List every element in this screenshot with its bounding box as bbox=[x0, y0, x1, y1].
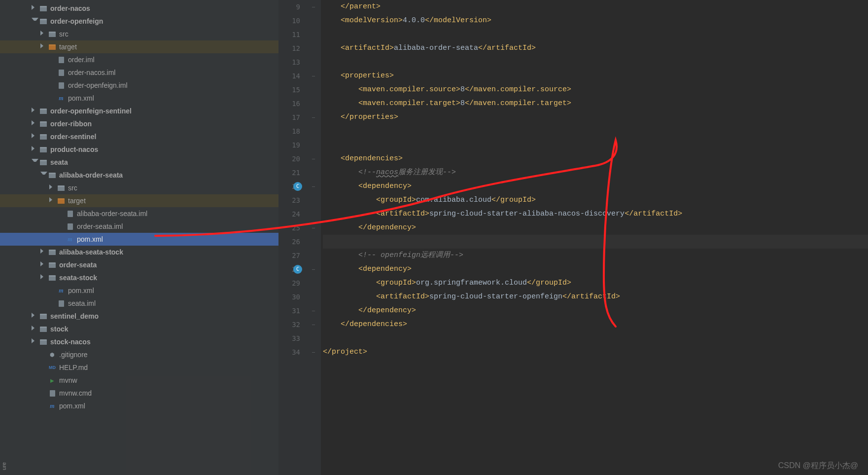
tree-item-target[interactable]: target bbox=[0, 194, 278, 207]
chevron-right-icon[interactable] bbox=[32, 120, 38, 127]
line-number: 17 bbox=[278, 110, 308, 124]
chevron-right-icon[interactable] bbox=[40, 274, 47, 281]
tree-item-pom-xml[interactable]: pom.xml bbox=[0, 284, 278, 297]
tree-item-mvnw[interactable]: mvnw bbox=[0, 374, 278, 387]
fold-toggle-icon[interactable]: – bbox=[310, 155, 317, 162]
tree-item-label: stock bbox=[50, 325, 69, 333]
file-icon bbox=[57, 81, 65, 89]
chevron-right-icon[interactable] bbox=[32, 108, 38, 114]
chevron-right-icon[interactable] bbox=[49, 197, 56, 204]
chevron-right-icon[interactable] bbox=[32, 313, 38, 320]
tree-item-src[interactable]: src bbox=[0, 182, 278, 194]
tree-item-order-openfeign-sentinel[interactable]: order-openfeign-sentinel bbox=[0, 105, 278, 117]
chevron-right-icon[interactable] bbox=[32, 326, 38, 332]
maven-icon bbox=[57, 94, 65, 102]
code-line[interactable]: <!--nacos服务注册发现--> bbox=[323, 166, 868, 180]
chevron-right-icon[interactable] bbox=[40, 43, 47, 50]
chevron-right-icon[interactable] bbox=[49, 184, 56, 191]
code-line[interactable] bbox=[323, 28, 868, 41]
code-line[interactable]: <dependencies> bbox=[323, 152, 868, 166]
fold-toggle-icon[interactable]: – bbox=[310, 73, 317, 79]
gutter-action-icon[interactable]: C bbox=[293, 265, 302, 274]
chevron-right-icon[interactable] bbox=[32, 133, 38, 140]
chevron-right-icon[interactable] bbox=[32, 146, 38, 153]
fold-toggle-icon[interactable]: – bbox=[310, 349, 317, 356]
tree-item-mvnw-cmd[interactable]: mvnw.cmd bbox=[0, 387, 278, 400]
chevron-right-icon[interactable] bbox=[32, 5, 38, 12]
code-line[interactable] bbox=[323, 55, 868, 69]
tree-item-product-nacos[interactable]: product-nacos bbox=[0, 143, 278, 156]
chevron-right-icon[interactable] bbox=[40, 249, 47, 256]
fold-toggle-icon[interactable]: – bbox=[310, 114, 317, 121]
code-line[interactable]: <artifactId>spring-cloud-starter-alibaba… bbox=[323, 207, 868, 221]
code-line[interactable] bbox=[323, 235, 868, 249]
code-line[interactable]: <modelVersion>4.0.0</modelVersion> bbox=[323, 14, 868, 28]
tree-item-order-ribbon[interactable]: order-ribbon bbox=[0, 117, 278, 130]
code-content[interactable]: </parent> <modelVersion>4.0.0</modelVers… bbox=[321, 0, 868, 475]
tree-item-sentinel-demo[interactable]: sentinel_demo bbox=[0, 310, 278, 323]
tree-item-order-seata[interactable]: order-seata bbox=[0, 258, 278, 271]
tree-item-order-iml[interactable]: order.iml bbox=[0, 53, 278, 66]
tree-item-alibaba-seata-stock[interactable]: alibaba-seata-stock bbox=[0, 246, 278, 258]
chevron-down-icon[interactable] bbox=[32, 18, 38, 25]
code-line[interactable] bbox=[323, 138, 868, 152]
chevron-down-icon[interactable] bbox=[40, 172, 47, 179]
project-tree[interactable]: order-nacosorder-openfeignsrctargetorder… bbox=[0, 0, 278, 475]
tree-item-pom-xml[interactable]: pom.xml bbox=[0, 400, 278, 412]
tree-item-seata[interactable]: seata bbox=[0, 156, 278, 169]
code-line[interactable]: </project> bbox=[323, 345, 868, 359]
tree-item-order-openfeign[interactable]: order-openfeign bbox=[0, 15, 278, 28]
tree-item-order-openfeign-iml[interactable]: order-openfeign.iml bbox=[0, 79, 278, 92]
fold-toggle-icon[interactable]: – bbox=[310, 224, 317, 231]
file-icon bbox=[57, 69, 65, 76]
tree-item-order-nacos[interactable]: order-nacos bbox=[0, 2, 278, 15]
code-line[interactable]: <maven.compiler.source>8</maven.compiler… bbox=[323, 83, 868, 97]
code-line[interactable]: <groupId>org.springframework.cloud</grou… bbox=[323, 276, 868, 290]
code-line[interactable]: <dependency> bbox=[323, 180, 868, 193]
tree-item-stock-nacos[interactable]: stock-nacos bbox=[0, 335, 278, 348]
tree-item-order-sentinel[interactable]: order-sentinel bbox=[0, 130, 278, 143]
fold-column[interactable]: ––––C––C–––– bbox=[308, 0, 321, 475]
chevron-right-icon[interactable] bbox=[32, 338, 38, 345]
tree-item-order-seata-iml[interactable]: order-seata.iml bbox=[0, 220, 278, 233]
fold-toggle-icon[interactable]: – bbox=[310, 321, 317, 328]
code-line[interactable]: <artifactId>spring-cloud-starter-openfei… bbox=[323, 290, 868, 304]
folder-icon bbox=[39, 325, 47, 333]
code-line[interactable]: </parent> bbox=[323, 0, 868, 14]
tree-item-pom-xml[interactable]: pom.xml bbox=[0, 233, 278, 246]
code-line[interactable]: <artifactId>alibaba-order-seata</artifac… bbox=[323, 41, 868, 55]
code-line[interactable]: <dependency> bbox=[323, 262, 868, 276]
tree-item-order-nacos-iml[interactable]: order-nacos.iml bbox=[0, 66, 278, 79]
tree-item-src[interactable]: src bbox=[0, 28, 278, 40]
code-line[interactable]: </dependencies> bbox=[323, 318, 868, 331]
tree-item-stock[interactable]: stock bbox=[0, 323, 278, 335]
code-line[interactable]: </properties> bbox=[323, 110, 868, 124]
fold-toggle-icon[interactable]: – bbox=[310, 3, 317, 10]
tree-item-seata-stock[interactable]: seata-stock bbox=[0, 271, 278, 284]
chevron-down-icon[interactable] bbox=[32, 159, 38, 166]
tree-item-label: order-openfeign bbox=[50, 17, 103, 25]
fold-toggle-icon[interactable]: – bbox=[310, 266, 317, 273]
fold-toggle-icon[interactable]: – bbox=[310, 183, 317, 190]
tree-item-pom-xml[interactable]: pom.xml bbox=[0, 92, 278, 105]
folder-icon bbox=[48, 171, 56, 179]
code-line[interactable]: </dependency> bbox=[323, 221, 868, 235]
code-line[interactable]: <groupId>com.alibaba.cloud</groupId> bbox=[323, 193, 868, 207]
tree-item-alibaba-order-seata[interactable]: alibaba-order-seata bbox=[0, 169, 278, 182]
code-line[interactable]: <!-- openfeign远程调用--> bbox=[323, 249, 868, 262]
line-number: 12 bbox=[278, 41, 308, 55]
code-line[interactable]: <maven.compiler.target>8</maven.compiler… bbox=[323, 97, 868, 110]
fold-toggle-icon[interactable]: – bbox=[310, 307, 317, 314]
code-line[interactable]: <properties> bbox=[323, 69, 868, 83]
tree-item-alibaba-order-seata-iml[interactable]: alibaba-order-seata.iml bbox=[0, 207, 278, 220]
tree-item-help-md[interactable]: HELP.md bbox=[0, 361, 278, 374]
tree-item-seata-iml[interactable]: seata.iml bbox=[0, 297, 278, 310]
tree-item-target[interactable]: target bbox=[0, 40, 278, 53]
code-line[interactable]: </dependency> bbox=[323, 304, 868, 318]
gutter-action-icon[interactable]: C bbox=[293, 182, 302, 191]
code-line[interactable] bbox=[323, 331, 868, 345]
tree-item--gitignore[interactable]: .gitignore bbox=[0, 348, 278, 361]
chevron-right-icon[interactable] bbox=[40, 261, 47, 268]
chevron-right-icon[interactable] bbox=[40, 31, 47, 37]
code-line[interactable] bbox=[323, 124, 868, 138]
